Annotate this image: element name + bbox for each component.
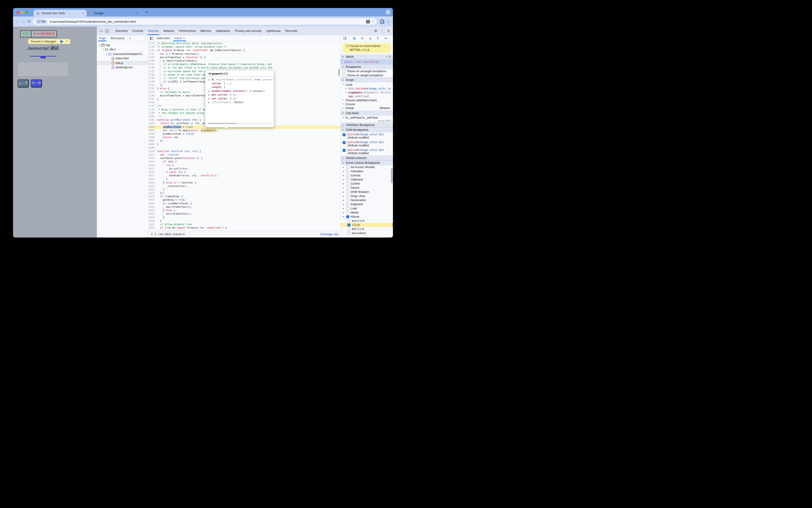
line-number[interactable]: 1817 (149, 174, 156, 177)
scope-row-arguments[interactable]: ▸arguments: Arguments [Pointe (341, 90, 393, 94)
tab-search-chevron-button[interactable]: ⌄ (386, 10, 390, 14)
forward-icon[interactable]: → (22, 19, 26, 24)
event-category-animation[interactable]: ▸Animation (341, 169, 393, 173)
code-editor[interactable]: 1779// Determine MicroTask defer impleme… (149, 41, 340, 230)
event-category-control[interactable]: ▸Control (341, 182, 393, 186)
refresh-watch-icon[interactable]: ↻ (389, 55, 391, 59)
expand-caret-icon[interactable]: ▶ (208, 78, 209, 82)
line-number[interactable]: 1821 (149, 188, 156, 192)
expand-caret-icon[interactable]: ▸ (343, 203, 345, 205)
section-header-xhr-fetch-breakpoints[interactable]: ▸XHR/fetch Breakpoints (341, 123, 393, 127)
line-number[interactable]: 1796 (149, 101, 156, 104)
line-number[interactable]: 1808 (149, 143, 156, 146)
tooltip-property-row[interactable]: ▶set callee: ƒ () (207, 97, 273, 101)
line-number[interactable]: 1804 (149, 129, 156, 132)
pause-on-caught-exceptions[interactable]: Pause on caught exceptions (341, 73, 393, 77)
tooltip-property-row[interactable]: callee: (...) (207, 82, 273, 86)
expand-caret-icon[interactable]: ▾ (343, 215, 345, 218)
translate-icon[interactable]: 文 (366, 20, 370, 24)
line-number[interactable]: 1822 (149, 192, 156, 195)
devtools-tab-network[interactable]: Network (161, 27, 177, 35)
expand-caret-icon[interactable]: ▸ (343, 166, 345, 168)
line-number[interactable]: 1788 (149, 73, 156, 77)
line-number[interactable]: 1793 (149, 91, 156, 94)
editor-scrollbar-thumb[interactable] (338, 69, 340, 76)
bookmark-star-icon[interactable]: ☆ (372, 20, 374, 24)
expand-caret-icon[interactable]: ▾ (102, 48, 104, 51)
more-tabs-chevron[interactable]: » (127, 35, 133, 41)
section-header-dom-breakpoints[interactable]: ▾DOM Breakpoints (341, 127, 393, 132)
line-number[interactable]: 1798 (149, 108, 156, 112)
expand-caret-icon[interactable]: ▶ (208, 89, 209, 93)
expand-caret-icon[interactable]: ▸ (343, 211, 345, 214)
expand-caret-icon[interactable]: ▸ (343, 170, 345, 172)
browser-tab-devtools[interactable]: Chrome Dev Tools × (34, 10, 87, 16)
line-number[interactable]: 1809 (149, 146, 156, 150)
prev-section-button[interactable]: 上一节 (17, 79, 29, 87)
line-number[interactable]: 1782 (149, 52, 156, 56)
zoom-window-button[interactable] (26, 11, 28, 14)
expand-caret-icon[interactable]: ▸ (343, 199, 345, 201)
line-number[interactable]: 1819 (149, 181, 156, 184)
checkbox[interactable] (343, 70, 346, 73)
tooltip-property-row[interactable]: ▶Symbol(Symbol.iterator): ƒ values() (207, 89, 273, 93)
scope-row-closure-withmacrotask[interactable]: ▸Closure (withMacroTask) (341, 98, 393, 102)
toggle-navigator-icon[interactable] (150, 37, 153, 40)
expand-caret-icon[interactable]: ▶ (208, 93, 209, 97)
browser-tab-google[interactable]: Google × (87, 10, 140, 16)
resume-script-icon[interactable]: ▐▶ (59, 39, 64, 44)
checkbox-checked[interactable]: ✓ (347, 223, 350, 226)
line-number[interactable]: 1811 (149, 153, 156, 157)
line-number[interactable]: 1831 (149, 223, 156, 226)
expand-caret-icon[interactable]: ▾ (99, 44, 101, 46)
collapse-sidebar-icon[interactable] (343, 37, 346, 40)
event-category-canvas[interactable]: ▸Canvas (341, 173, 393, 177)
next-section-button[interactable]: 下一节 (31, 79, 42, 87)
line-number[interactable]: 1784 (149, 59, 156, 63)
sidebar-scrollbar-thumb[interactable] (391, 168, 393, 183)
line-number[interactable]: 1826 (149, 205, 156, 209)
line-number[interactable]: 1780 (149, 45, 156, 49)
event-category-media[interactable]: ▸Media (341, 210, 393, 215)
line-number[interactable]: 1806 (149, 136, 156, 139)
expand-caret-icon[interactable]: ▾ (105, 53, 108, 55)
line-number[interactable]: 1787 (149, 70, 156, 73)
section-caret-icon[interactable]: ▸ (342, 124, 344, 126)
devtools-tab-performance[interactable]: Performance (177, 27, 198, 35)
devtools-tab-elements[interactable]: Elements (113, 27, 130, 35)
step-over-icon[interactable] (361, 37, 364, 40)
checkbox[interactable] (346, 166, 349, 169)
checkbox[interactable] (346, 203, 349, 206)
step-into-icon[interactable] (369, 37, 372, 40)
scope-row-res[interactable]: res: undefined (341, 94, 393, 98)
tree-item-index-html[interactable]: index.html (97, 56, 148, 61)
line-number[interactable]: 1825 (149, 202, 156, 205)
tooltip-property-row[interactable]: ▶0: PointerEvent {isTrusted: true, point… (207, 78, 273, 82)
line-number[interactable]: 1810 (149, 150, 156, 153)
checkbox-checked[interactable]: ✓ (343, 141, 346, 144)
close-icon[interactable]: × (183, 37, 185, 40)
event-category-dom-mutation[interactable]: ▸DOM Mutation (341, 190, 393, 194)
checkbox[interactable] (347, 219, 350, 222)
tree-item-file[interactable]: ▾file:// (97, 47, 148, 52)
line-number[interactable]: 1791 (149, 84, 156, 87)
coverage-link[interactable]: Coverage: n/a (320, 233, 338, 236)
pause-on-uncaught-exceptions[interactable]: Pause on uncaught exceptions (341, 69, 393, 73)
devtools-tab-privacy-and-security[interactable]: Privacy and security (233, 27, 264, 35)
step-over-icon[interactable]: ↷ (64, 39, 70, 44)
line-number[interactable]: 1828 (149, 212, 156, 216)
line-number[interactable]: 1790 (149, 80, 156, 84)
line-number[interactable]: 1816 (149, 171, 156, 174)
step-icon[interactable] (384, 37, 387, 40)
expand-caret-icon[interactable]: ▸ (343, 207, 345, 210)
devtools-tab-console[interactable]: Console (130, 27, 146, 35)
line-number[interactable]: 1799 (149, 112, 156, 115)
expand-caret-icon[interactable]: ▸ (346, 91, 348, 94)
section-caret-icon[interactable]: ▾ (342, 129, 344, 131)
event-category-geolocation[interactable]: ▸Geolocation (341, 198, 393, 202)
event-category-ad-auction-worklet[interactable]: ▸Ad Auction Worklet (341, 165, 393, 169)
expand-caret-icon[interactable]: ▸ (346, 87, 348, 90)
line-number[interactable]: 1824 (149, 198, 156, 202)
event-category-drag-drop[interactable]: ▸Drag / drop (341, 194, 393, 198)
profile-avatar[interactable] (380, 19, 384, 24)
